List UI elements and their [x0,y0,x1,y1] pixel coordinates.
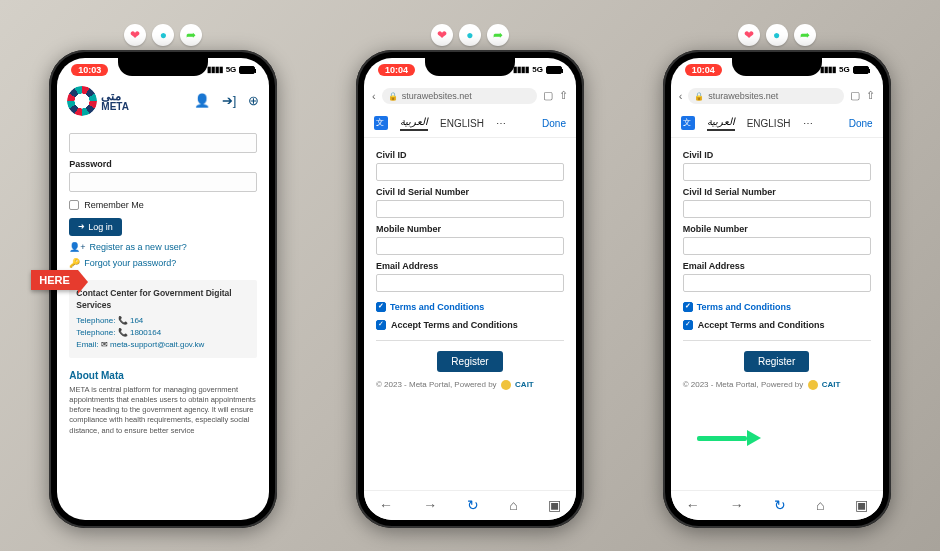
more-dots-icon[interactable]: ⋯ [803,118,813,129]
accept-label: Accept Terms and Conditions [698,320,825,330]
share-up-icon[interactable]: ⇧ [559,89,568,102]
translate-done[interactable]: Done [849,118,873,129]
translate-arabic[interactable]: العربية [400,116,428,131]
about-text: META is central platform for managing go… [69,385,257,436]
civil-id-input[interactable] [376,163,564,181]
divider [376,340,564,341]
civil-serial-input[interactable] [683,200,871,218]
cait-label: CAIT [822,380,841,389]
chat-icon[interactable] [459,24,481,46]
battery-icon [239,66,255,74]
about-title: About Mata [69,370,257,381]
lock-icon [388,91,398,101]
email-addr-label: Email Address [376,261,564,271]
footer-text: © 2023 - Meta Portal, Powered by [376,380,497,389]
share-icon[interactable] [180,24,202,46]
nav-tabs-icon[interactable]: ▣ [855,497,868,513]
username-input[interactable] [69,133,257,153]
remember-checkbox[interactable] [69,200,79,210]
terms-link[interactable]: Terms and Conditions [683,302,871,312]
bottom-nav: ← → ↻ ⌂ ▣ [671,490,883,520]
nav-forward-icon[interactable]: → [423,497,437,513]
cait-globe-icon [501,380,511,390]
share-icon[interactable] [487,24,509,46]
register-link[interactable]: Register as a new user? [90,242,187,252]
nav-back-icon[interactable]: ← [379,497,393,513]
share-up-icon[interactable]: ⇧ [866,89,875,102]
login-button[interactable]: Log in [69,218,122,236]
cait-label: CAIT [515,380,534,389]
translate-done[interactable]: Done [542,118,566,129]
register-button[interactable]: Register [744,351,809,372]
browser-bar: ‹ sturawebsites.net ▢ ⇧ [364,82,576,110]
heart-icon[interactable] [124,24,146,46]
more-dots-icon[interactable]: ⋯ [496,118,506,129]
status-time: 10:03 [71,64,108,76]
nav-home-icon[interactable]: ⌂ [816,497,824,513]
bottom-nav: ← → ↻ ⌂ ▣ [364,490,576,520]
translate-english[interactable]: ENGLISH [440,118,484,129]
back-icon[interactable]: ‹ [372,90,376,102]
tel1-label: Telephone: [76,316,115,325]
forgot-password-link[interactable]: Forgot your password? [84,258,176,268]
terms-check-icon [683,302,693,312]
notch [425,58,515,76]
notch [732,58,822,76]
nav-back-icon[interactable]: ← [686,497,700,513]
terms-check-icon [376,302,386,312]
civil-id-label: Civil ID [376,150,564,160]
meta-logo: متى META [67,86,129,116]
tel2-label: Telephone: [76,328,115,337]
accept-label: Accept Terms and Conditions [391,320,518,330]
back-icon[interactable]: ‹ [679,90,683,102]
password-input[interactable] [69,172,257,192]
terms-link[interactable]: Terms and Conditions [376,302,564,312]
civil-serial-input[interactable] [376,200,564,218]
url-text: sturawebsites.net [708,91,778,101]
translate-bar: العربية ENGLISH ⋯ Done [364,110,576,138]
email-input[interactable] [683,274,871,292]
accept-checkbox[interactable] [683,320,693,330]
mobile-input[interactable] [376,237,564,255]
nav-forward-icon[interactable]: → [730,497,744,513]
civil-id-input[interactable] [683,163,871,181]
nav-home-icon[interactable]: ⌂ [509,497,517,513]
sunburst-icon [67,86,97,116]
email-addr-label: Email Address [683,261,871,271]
lock-icon [694,91,704,101]
logo-arabic: متى [101,90,129,102]
heart-icon[interactable] [431,24,453,46]
nav-reload-icon[interactable]: ↻ [774,497,786,513]
globe-icon[interactable]: ⊕ [248,93,259,108]
user-icon[interactable]: 👤 [194,93,210,108]
bookmark-icon[interactable]: ▢ [543,89,553,102]
phone-frame-1: HERE 10:03 ▮▮▮▮ 5G متى META [49,50,277,528]
support-email[interactable]: meta-support@cait.gov.kw [110,340,204,349]
status-time: 10:04 [685,64,722,76]
cait-globe-icon [808,380,818,390]
top-action-circles [431,24,509,46]
url-field[interactable]: sturawebsites.net [688,88,843,104]
logo-english: META [101,102,129,112]
url-field[interactable]: sturawebsites.net [382,88,537,104]
register-button[interactable]: Register [437,351,502,372]
chat-icon[interactable] [766,24,788,46]
email-input[interactable] [376,274,564,292]
tel1[interactable]: 164 [130,316,143,325]
translate-icon[interactable] [681,116,695,130]
heart-icon[interactable] [738,24,760,46]
chat-icon[interactable] [152,24,174,46]
mobile-input[interactable] [683,237,871,255]
tel2[interactable]: 1800164 [130,328,161,337]
share-icon[interactable] [794,24,816,46]
status-time: 10:04 [378,64,415,76]
nav-tabs-icon[interactable]: ▣ [548,497,561,513]
bookmark-icon[interactable]: ▢ [850,89,860,102]
translate-icon[interactable] [374,116,388,130]
translate-english[interactable]: ENGLISH [747,118,791,129]
nav-reload-icon[interactable]: ↻ [467,497,479,513]
accept-checkbox[interactable] [376,320,386,330]
translate-bar: العربية ENGLISH ⋯ Done [671,110,883,138]
login-arrow-icon[interactable]: ➔] [222,93,237,108]
translate-arabic[interactable]: العربية [707,116,735,131]
